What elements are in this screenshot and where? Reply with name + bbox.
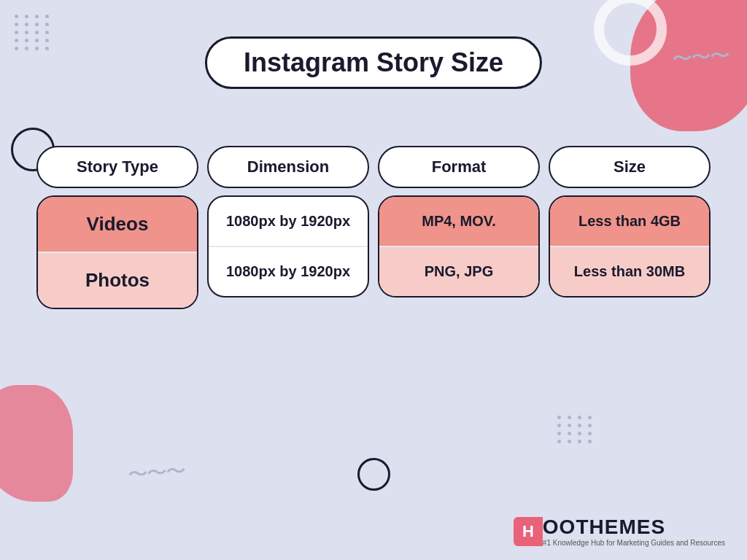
data-card-story-type: Videos Photos	[36, 195, 198, 309]
header-story-type: Story Type	[36, 146, 198, 188]
row-videos-story: Videos	[38, 197, 197, 253]
row-photos-dimension: 1080px by 1920px	[209, 247, 368, 296]
brand-text-container: OOTHEMES #1 Knowledge Hub for Marketing …	[543, 516, 725, 547]
blob-decoration-bottom-left	[0, 385, 73, 502]
data-card-size: Less than 4GB Less than 30MB	[549, 195, 711, 298]
circle-decoration-bottom-center	[357, 458, 390, 491]
data-card-format: MP4, MOV. PNG, JPG	[378, 195, 540, 298]
brand-tagline: #1 Knowledge Hub for Marketing Guides an…	[543, 539, 725, 547]
row-photos-format: PNG, JPG	[379, 247, 538, 296]
row-videos-size: Less than 4GB	[550, 197, 709, 247]
data-card-dimension: 1080px by 1920px 1080px by 1920px	[207, 195, 369, 298]
page-title: Instagram Story Size	[244, 47, 503, 77]
header-dimension: Dimension	[207, 146, 369, 188]
wavy-decoration-bottom-left: 〜〜〜	[126, 457, 185, 490]
row-videos-format: MP4, MOV.	[379, 197, 538, 247]
brand-icon: H	[514, 517, 543, 546]
page-title-container: Instagram Story Size	[205, 36, 542, 89]
brand-logo: H OOTHEMES #1 Knowledge Hub for Marketin…	[514, 516, 725, 547]
data-table: Story Type Videos Photos Dimension 1080p…	[36, 146, 711, 309]
row-photos-size: Less than 30MB	[550, 247, 709, 296]
dots-decoration-bottom-right	[557, 416, 594, 443]
column-size: Size Less than 4GB Less than 30MB	[549, 146, 711, 309]
wavy-decoration-top-right: 〜〜〜	[670, 42, 729, 74]
row-photos-story: Photos	[38, 253, 197, 308]
branding-container: H OOTHEMES #1 Knowledge Hub for Marketin…	[514, 516, 725, 547]
dots-decoration-top-left	[15, 15, 51, 50]
column-story-type: Story Type Videos Photos	[36, 146, 198, 309]
column-dimension: Dimension 1080px by 1920px 1080px by 192…	[207, 146, 369, 309]
header-format: Format	[378, 146, 540, 188]
column-format: Format MP4, MOV. PNG, JPG	[378, 146, 540, 309]
brand-name: OOTHEMES	[543, 516, 725, 539]
row-videos-dimension: 1080px by 1920px	[209, 197, 368, 247]
header-size: Size	[549, 146, 711, 188]
